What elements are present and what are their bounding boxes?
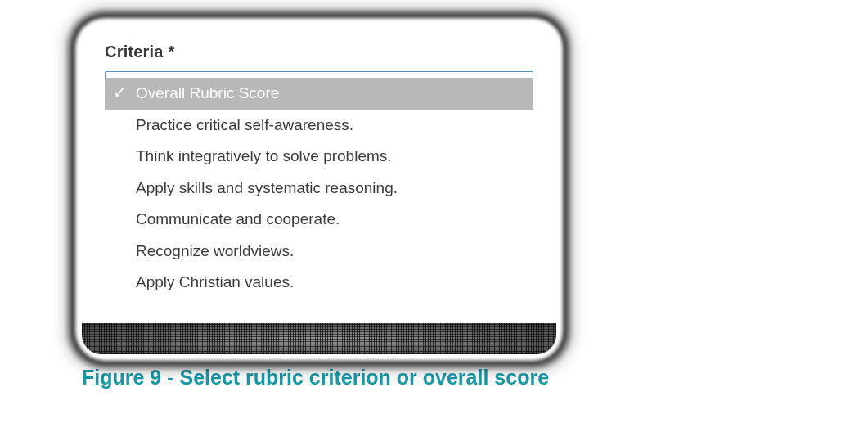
dropdown-option-label: Practice critical self-awareness. xyxy=(136,114,525,137)
dropdown-option-label: Apply Christian values. xyxy=(136,271,525,295)
criteria-dropdown: ✓ Overall Rubric Score Practice critical… xyxy=(105,78,533,299)
criteria-field-label: Criteria * xyxy=(105,43,533,61)
dropdown-option[interactable]: Recognize worldviews. xyxy=(105,236,533,268)
dropdown-option[interactable]: Apply skills and systematic reasoning. xyxy=(105,173,533,205)
panel-bottom-texture xyxy=(82,323,556,354)
figure-container: Criteria * ✓ Overall Rubric Score Practi… xyxy=(82,25,556,389)
screenshot-panel: Criteria * ✓ Overall Rubric Score Practi… xyxy=(82,25,556,354)
criteria-select[interactable] xyxy=(105,71,533,78)
dropdown-option-label: Overall Rubric Score xyxy=(136,82,525,106)
dropdown-option-label: Apply skills and systematic reasoning. xyxy=(136,177,525,200)
figure-caption: Figure 9 - Select rubric criterion or ov… xyxy=(82,366,556,389)
dropdown-option-overall[interactable]: ✓ Overall Rubric Score xyxy=(105,78,533,110)
form-panel: Criteria * ✓ Overall Rubric Score Practi… xyxy=(82,25,556,323)
dropdown-option-label: Think integratively to solve problems. xyxy=(136,145,525,169)
dropdown-option[interactable]: Think integratively to solve problems. xyxy=(105,141,533,173)
dropdown-option-label: Recognize worldviews. xyxy=(136,240,525,263)
dropdown-option[interactable]: Apply Christian values. xyxy=(105,267,533,299)
dropdown-option[interactable]: Communicate and cooperate. xyxy=(105,204,533,236)
dropdown-option-label: Communicate and cooperate. xyxy=(136,208,525,232)
check-icon: ✓ xyxy=(113,82,136,106)
dropdown-option[interactable]: Practice critical self-awareness. xyxy=(105,110,533,142)
